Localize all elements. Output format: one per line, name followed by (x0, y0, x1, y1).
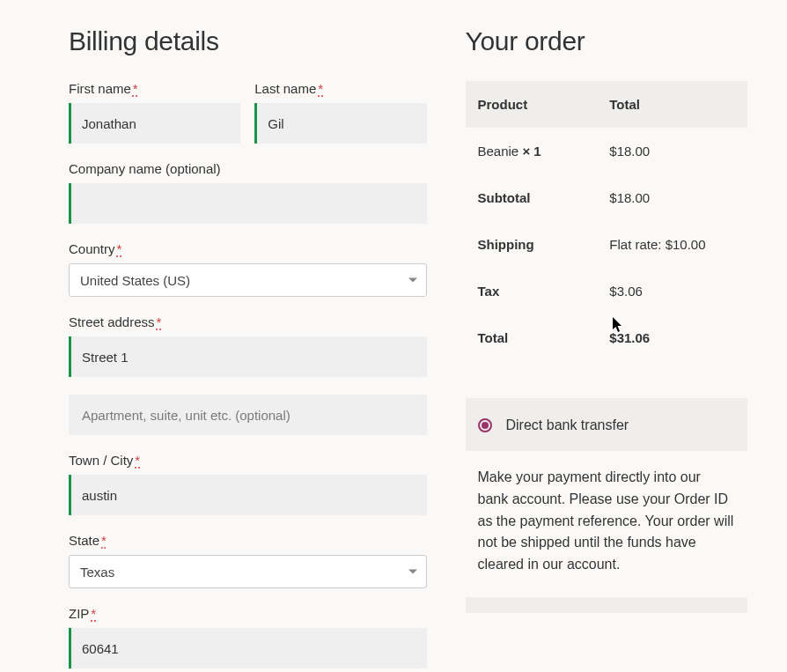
first-name-input[interactable] (69, 103, 240, 144)
state-label: State* (69, 533, 427, 548)
payment-description: Make your payment directly into our bank… (466, 451, 748, 576)
zip-input[interactable] (69, 628, 427, 668)
first-name-label: First name* (69, 81, 240, 96)
state-selected: Texas (80, 565, 114, 580)
subtotal-row: Subtotal $18.00 (466, 174, 748, 221)
order-heading: Your order (466, 26, 748, 56)
shipping-row: Shipping Flat rate: $10.00 (466, 221, 748, 268)
required-mark: * (91, 606, 96, 621)
order-item-row: Beanie × 1 $18.00 (466, 128, 748, 174)
required-mark: * (318, 81, 323, 96)
shipping-value: Flat rate: $10.00 (609, 237, 735, 252)
required-mark: * (135, 453, 140, 468)
item-name: Beanie (478, 144, 523, 159)
state-select[interactable]: Texas (69, 555, 427, 588)
payment-option-next[interactable] (466, 597, 748, 613)
item-qty: × 1 (522, 144, 541, 159)
total-value: $31.06 (609, 330, 735, 345)
required-mark: * (101, 533, 107, 548)
last-name-label: Last name* (254, 81, 426, 96)
subtotal-value: $18.00 (609, 190, 735, 205)
billing-heading: Billing details (69, 26, 427, 56)
apartment-input[interactable] (69, 395, 427, 435)
country-label: Country* (69, 241, 427, 256)
radio-selected-icon (478, 418, 492, 432)
city-label: Town / City* (69, 453, 427, 468)
order-table-header: Product Total (466, 81, 748, 128)
tax-row: Tax $3.06 (466, 268, 748, 314)
total-row: Total $31.06 (466, 314, 748, 361)
country-selected: United States (US) (80, 273, 190, 288)
item-total: $18.00 (609, 144, 735, 159)
company-input[interactable] (69, 183, 427, 224)
zip-label: ZIP* (69, 606, 427, 621)
tax-label: Tax (478, 284, 610, 299)
required-mark: * (157, 314, 162, 329)
tax-value: $3.06 (609, 284, 735, 299)
order-table: Product Total Beanie × 1 $18.00 Subtotal… (466, 81, 748, 361)
product-column-header: Product (478, 97, 610, 112)
payment-option-direct-bank[interactable]: Direct bank transfer (466, 398, 748, 451)
shipping-label: Shipping (478, 237, 610, 252)
country-select[interactable]: United States (US) (69, 263, 427, 297)
total-column-header: Total (609, 97, 735, 112)
total-label: Total (478, 330, 610, 345)
required-mark: * (117, 241, 122, 256)
caret-down-icon (408, 570, 417, 574)
payment-option-label: Direct bank transfer (506, 417, 629, 433)
company-label: Company name (optional) (69, 161, 427, 176)
street-label: Street address* (69, 314, 427, 329)
last-name-input[interactable] (254, 103, 426, 144)
street-address-input[interactable] (69, 336, 427, 377)
subtotal-label: Subtotal (478, 190, 610, 205)
required-mark: * (133, 81, 138, 96)
caret-down-icon (408, 278, 417, 283)
city-input[interactable] (69, 475, 427, 515)
